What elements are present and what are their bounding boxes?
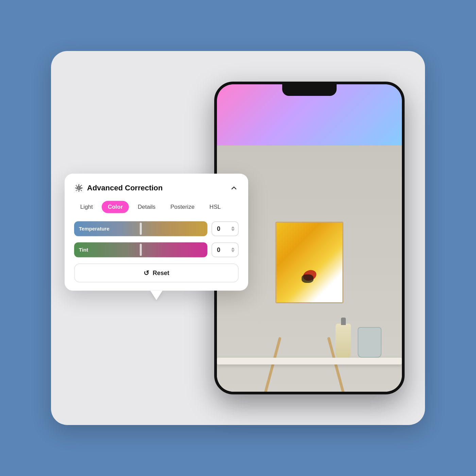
panel-header: Advanced Correction (74, 183, 239, 193)
tab-hsl[interactable]: HSL (203, 201, 227, 213)
svg-point-1 (77, 186, 81, 190)
temperature-slider-row: Temperature 0 (74, 221, 239, 236)
temperature-down-arrow[interactable] (231, 229, 235, 231)
reset-button[interactable]: ↺ Reset (74, 264, 239, 283)
temperature-label: Temperature (79, 226, 109, 232)
tab-bar: Light Color Details Posterize HSL (74, 201, 239, 213)
reset-icon: ↺ (143, 269, 149, 277)
tint-up-arrow[interactable] (231, 248, 235, 250)
temperature-value: 0 (217, 225, 220, 232)
tint-thumb[interactable] (140, 244, 142, 256)
easel (269, 222, 337, 351)
bottle (336, 324, 351, 358)
paint-dark-spot (302, 274, 313, 283)
settings-icon (74, 183, 84, 193)
tint-slider-container: Tint 0 (74, 242, 239, 257)
canvas-painting (275, 222, 343, 303)
panel-title: Advanced Correction (87, 184, 163, 192)
panel-header-left: Advanced Correction (74, 183, 163, 193)
reset-label: Reset (153, 269, 169, 276)
tint-label: Tint (79, 247, 88, 253)
correction-panel: Advanced Correction Light Color Details … (65, 174, 248, 291)
paint-yellow (276, 223, 342, 302)
temperature-slider-track[interactable]: Temperature (74, 221, 207, 236)
chevron-up-icon[interactable] (229, 183, 239, 193)
tab-details[interactable]: Details (132, 201, 162, 213)
temperature-stepper[interactable] (231, 226, 235, 231)
tint-slider-row: Tint 0 (74, 242, 239, 257)
svg-point-0 (78, 187, 80, 189)
temperature-up-arrow[interactable] (231, 226, 235, 228)
tint-slider-track[interactable]: Tint (74, 242, 207, 257)
temperature-value-box: 0 (211, 221, 239, 236)
panel-pointer (150, 291, 163, 300)
bottle-cap (341, 318, 346, 325)
tint-value-box: 0 (211, 242, 239, 257)
phone-notch (282, 84, 337, 96)
main-card: Advanced Correction Light Color Details … (51, 51, 425, 425)
brush-jar (358, 327, 381, 358)
tint-value: 0 (217, 246, 220, 253)
temperature-slider-container: Temperature 0 (74, 221, 239, 236)
temperature-thumb[interactable] (140, 223, 142, 235)
tint-stepper[interactable] (231, 248, 235, 252)
tab-light[interactable]: Light (74, 201, 99, 213)
shelf (217, 358, 402, 364)
tab-color[interactable]: Color (102, 201, 129, 213)
tab-posterize[interactable]: Posterize (164, 201, 201, 213)
tint-down-arrow[interactable] (231, 250, 235, 252)
